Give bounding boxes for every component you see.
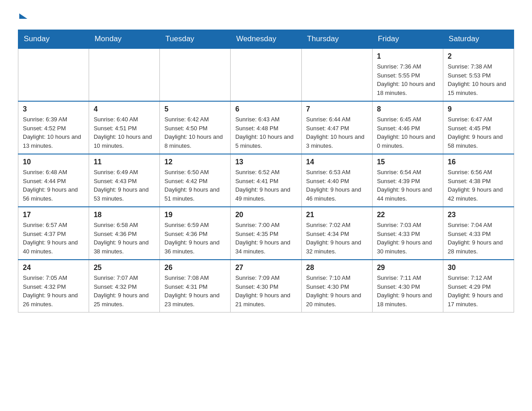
day-number: 30 bbox=[448, 264, 509, 272]
day-info: Sunrise: 6:47 AMSunset: 4:45 PMDaylight:… bbox=[448, 115, 509, 150]
day-number: 25 bbox=[94, 264, 155, 272]
calendar-cell: 15Sunrise: 6:54 AMSunset: 4:39 PMDayligh… bbox=[372, 154, 443, 207]
calendar-cell: 27Sunrise: 7:09 AMSunset: 4:30 PMDayligh… bbox=[231, 260, 301, 313]
calendar-header-tuesday: Tuesday bbox=[160, 30, 231, 49]
day-info: Sunrise: 7:10 AMSunset: 4:30 PMDaylight:… bbox=[306, 274, 368, 308]
calendar-header-thursday: Thursday bbox=[301, 30, 372, 49]
day-number: 15 bbox=[377, 158, 438, 166]
calendar-cell bbox=[301, 48, 372, 101]
day-info: Sunrise: 7:05 AMSunset: 4:32 PMDaylight:… bbox=[23, 274, 84, 308]
calendar-cell: 6Sunrise: 6:43 AMSunset: 4:48 PMDaylight… bbox=[231, 101, 301, 154]
day-number: 18 bbox=[94, 211, 155, 219]
calendar-cell bbox=[18, 48, 89, 101]
day-number: 3 bbox=[23, 105, 84, 113]
day-info: Sunrise: 7:07 AMSunset: 4:32 PMDaylight:… bbox=[94, 274, 155, 308]
calendar-header-monday: Monday bbox=[89, 30, 160, 49]
calendar-cell: 17Sunrise: 6:57 AMSunset: 4:37 PMDayligh… bbox=[18, 207, 89, 260]
week-row-2: 3Sunrise: 6:39 AMSunset: 4:52 PMDaylight… bbox=[18, 101, 514, 154]
day-info: Sunrise: 6:48 AMSunset: 4:44 PMDaylight:… bbox=[23, 168, 84, 203]
day-number: 24 bbox=[23, 264, 84, 272]
calendar-cell: 19Sunrise: 6:59 AMSunset: 4:36 PMDayligh… bbox=[160, 207, 231, 260]
calendar-cell: 22Sunrise: 7:03 AMSunset: 4:33 PMDayligh… bbox=[372, 207, 443, 260]
day-number: 28 bbox=[306, 264, 368, 272]
day-info: Sunrise: 7:09 AMSunset: 4:30 PMDaylight:… bbox=[235, 274, 296, 308]
day-number: 19 bbox=[164, 211, 226, 219]
day-number: 21 bbox=[306, 211, 368, 219]
day-number: 22 bbox=[377, 211, 438, 219]
calendar-cell: 11Sunrise: 6:49 AMSunset: 4:43 PMDayligh… bbox=[89, 154, 160, 207]
day-number: 4 bbox=[94, 105, 155, 113]
day-number: 17 bbox=[23, 211, 84, 219]
day-info: Sunrise: 6:42 AMSunset: 4:50 PMDaylight:… bbox=[164, 115, 226, 150]
logo-arrow-icon bbox=[19, 13, 27, 19]
calendar-header-wednesday: Wednesday bbox=[231, 30, 301, 49]
day-number: 20 bbox=[235, 211, 296, 219]
day-info: Sunrise: 6:57 AMSunset: 4:37 PMDaylight:… bbox=[23, 221, 84, 256]
calendar-cell: 26Sunrise: 7:08 AMSunset: 4:31 PMDayligh… bbox=[160, 260, 231, 313]
day-info: Sunrise: 6:39 AMSunset: 4:52 PMDaylight:… bbox=[23, 115, 84, 150]
calendar-cell: 1Sunrise: 7:36 AMSunset: 5:55 PMDaylight… bbox=[372, 48, 443, 101]
week-row-1: 1Sunrise: 7:36 AMSunset: 5:55 PMDaylight… bbox=[18, 48, 514, 101]
day-info: Sunrise: 7:12 AMSunset: 4:29 PMDaylight:… bbox=[448, 274, 509, 308]
calendar-table: SundayMondayTuesdayWednesdayThursdayFrid… bbox=[18, 30, 514, 313]
day-number: 5 bbox=[164, 105, 226, 113]
day-number: 11 bbox=[94, 158, 155, 166]
day-info: Sunrise: 7:08 AMSunset: 4:31 PMDaylight:… bbox=[164, 274, 226, 308]
calendar-cell: 12Sunrise: 6:50 AMSunset: 4:42 PMDayligh… bbox=[160, 154, 231, 207]
day-info: Sunrise: 6:52 AMSunset: 4:41 PMDaylight:… bbox=[235, 168, 296, 203]
calendar-cell: 24Sunrise: 7:05 AMSunset: 4:32 PMDayligh… bbox=[18, 260, 89, 313]
calendar-cell: 4Sunrise: 6:40 AMSunset: 4:51 PMDaylight… bbox=[89, 101, 160, 154]
week-row-5: 24Sunrise: 7:05 AMSunset: 4:32 PMDayligh… bbox=[18, 260, 514, 313]
calendar-cell: 13Sunrise: 6:52 AMSunset: 4:41 PMDayligh… bbox=[231, 154, 301, 207]
day-info: Sunrise: 7:36 AMSunset: 5:55 PMDaylight:… bbox=[377, 62, 438, 97]
calendar-cell: 25Sunrise: 7:07 AMSunset: 4:32 PMDayligh… bbox=[89, 260, 160, 313]
week-row-3: 10Sunrise: 6:48 AMSunset: 4:44 PMDayligh… bbox=[18, 154, 514, 207]
week-row-4: 17Sunrise: 6:57 AMSunset: 4:37 PMDayligh… bbox=[18, 207, 514, 260]
calendar-cell: 10Sunrise: 6:48 AMSunset: 4:44 PMDayligh… bbox=[18, 154, 89, 207]
day-number: 16 bbox=[448, 158, 509, 166]
calendar-cell: 21Sunrise: 7:02 AMSunset: 4:34 PMDayligh… bbox=[301, 207, 372, 260]
day-number: 10 bbox=[23, 158, 84, 166]
day-info: Sunrise: 6:49 AMSunset: 4:43 PMDaylight:… bbox=[94, 168, 155, 203]
day-info: Sunrise: 7:00 AMSunset: 4:35 PMDaylight:… bbox=[235, 221, 296, 256]
day-info: Sunrise: 7:02 AMSunset: 4:34 PMDaylight:… bbox=[306, 221, 368, 256]
day-info: Sunrise: 7:04 AMSunset: 4:33 PMDaylight:… bbox=[448, 221, 509, 256]
day-info: Sunrise: 6:59 AMSunset: 4:36 PMDaylight:… bbox=[164, 221, 226, 256]
calendar-cell bbox=[89, 48, 160, 101]
day-info: Sunrise: 7:11 AMSunset: 4:30 PMDaylight:… bbox=[377, 274, 438, 308]
calendar-cell: 3Sunrise: 6:39 AMSunset: 4:52 PMDaylight… bbox=[18, 101, 89, 154]
calendar-cell bbox=[160, 48, 231, 101]
calendar-cell: 16Sunrise: 6:56 AMSunset: 4:38 PMDayligh… bbox=[443, 154, 514, 207]
day-number: 6 bbox=[235, 105, 296, 113]
day-info: Sunrise: 6:45 AMSunset: 4:46 PMDaylight:… bbox=[377, 115, 438, 150]
day-number: 26 bbox=[164, 264, 226, 272]
day-number: 7 bbox=[306, 105, 368, 113]
calendar-header-saturday: Saturday bbox=[443, 30, 514, 49]
day-number: 14 bbox=[306, 158, 368, 166]
day-number: 13 bbox=[235, 158, 296, 166]
day-info: Sunrise: 6:56 AMSunset: 4:38 PMDaylight:… bbox=[448, 168, 509, 203]
day-number: 9 bbox=[448, 105, 509, 113]
day-info: Sunrise: 6:58 AMSunset: 4:36 PMDaylight:… bbox=[94, 221, 155, 256]
calendar-cell: 14Sunrise: 6:53 AMSunset: 4:40 PMDayligh… bbox=[301, 154, 372, 207]
day-info: Sunrise: 6:53 AMSunset: 4:40 PMDaylight:… bbox=[306, 168, 368, 203]
day-number: 23 bbox=[448, 211, 509, 219]
day-info: Sunrise: 6:44 AMSunset: 4:47 PMDaylight:… bbox=[306, 115, 368, 150]
calendar-cell: 7Sunrise: 6:44 AMSunset: 4:47 PMDaylight… bbox=[301, 101, 372, 154]
day-number: 27 bbox=[235, 264, 296, 272]
day-number: 1 bbox=[377, 52, 438, 60]
calendar-cell: 9Sunrise: 6:47 AMSunset: 4:45 PMDaylight… bbox=[443, 101, 514, 154]
calendar-cell: 28Sunrise: 7:10 AMSunset: 4:30 PMDayligh… bbox=[301, 260, 372, 313]
logo bbox=[18, 13, 27, 21]
day-info: Sunrise: 6:50 AMSunset: 4:42 PMDaylight:… bbox=[164, 168, 226, 203]
day-info: Sunrise: 7:38 AMSunset: 5:53 PMDaylight:… bbox=[448, 62, 509, 97]
day-info: Sunrise: 6:40 AMSunset: 4:51 PMDaylight:… bbox=[94, 115, 155, 150]
day-number: 8 bbox=[377, 105, 438, 113]
day-info: Sunrise: 6:43 AMSunset: 4:48 PMDaylight:… bbox=[235, 115, 296, 150]
calendar-cell: 8Sunrise: 6:45 AMSunset: 4:46 PMDaylight… bbox=[372, 101, 443, 154]
day-number: 29 bbox=[377, 264, 438, 272]
calendar-cell: 29Sunrise: 7:11 AMSunset: 4:30 PMDayligh… bbox=[372, 260, 443, 313]
calendar-cell bbox=[231, 48, 301, 101]
day-number: 2 bbox=[448, 52, 509, 60]
calendar-cell: 2Sunrise: 7:38 AMSunset: 5:53 PMDaylight… bbox=[443, 48, 514, 101]
